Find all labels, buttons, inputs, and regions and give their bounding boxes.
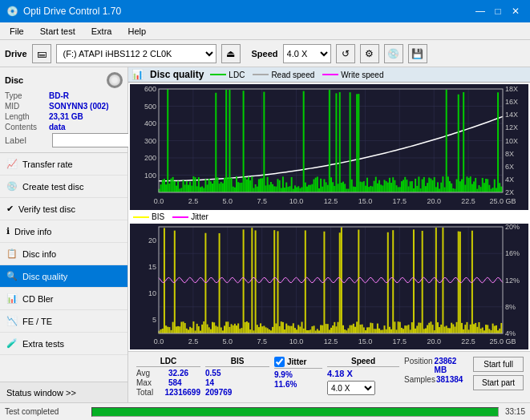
bis-stats-block: BIS 0.55 14 209769 <box>205 357 269 398</box>
total-label: Total <box>136 388 164 397</box>
verify-test-disc-label: Verify test disc <box>18 204 75 214</box>
legend-jitter-label: Jitter <box>191 212 208 221</box>
speed-header: Speed <box>327 357 399 367</box>
speed-stats-block: Speed 4.18 X 4.0 X <box>327 357 399 395</box>
menu-bar: File Start test Extra Help <box>0 22 530 40</box>
type-label: Type <box>5 91 49 100</box>
status-window-button[interactable]: Status window >> <box>0 382 127 402</box>
drive-info-label: Drive info <box>14 227 51 236</box>
samples-label: Samples <box>404 375 435 384</box>
content-area: 📊 Disc quality LDC Read speed Write spee… <box>128 67 530 402</box>
disc-contents-field: Contents data <box>5 123 123 131</box>
disc-info-panel: Disc Type BD-R MID SONYNN3 (002) Length … <box>0 67 127 153</box>
menu-start-test[interactable]: Start test <box>34 25 82 38</box>
disc-quality-icon: 🔍 <box>6 271 18 281</box>
maximize-button[interactable]: □ <box>490 3 506 19</box>
disc-button[interactable]: 💿 <box>384 44 403 63</box>
jitter-color-swatch <box>172 216 188 218</box>
app-title: Opti Drive Control 1.70 <box>23 6 121 17</box>
verify-test-disc-icon: ✔ <box>6 204 14 214</box>
bis-avg-row: 0.55 <box>205 369 269 378</box>
disc-info-label: Disc info <box>22 249 56 259</box>
stats-area: LDC Avg 32.26 Max 584 Total 12316699 <box>128 351 530 402</box>
nav-items: 📈 Transfer rate 💿 Create test disc ✔ Ver… <box>0 153 127 382</box>
start-full-button[interactable]: Start full <box>473 357 524 372</box>
sidebar-item-drive-info[interactable]: ℹ Drive info <box>0 220 127 243</box>
minimize-button[interactable]: — <box>472 3 488 19</box>
toolbar: Drive 🖴 (F:) ATAPI iHBS112 2 CL0K ⏏ Spee… <box>0 40 530 67</box>
lower-chart <box>130 224 528 349</box>
legend-jitter: Jitter <box>172 212 208 221</box>
sidebar-item-fe-te[interactable]: 📉 FE / TE <box>0 310 127 333</box>
read-speed-color-swatch <box>253 74 269 75</box>
disc-type-field: Type BD-R <box>5 91 123 100</box>
jitter-max-value: 11.6% <box>274 380 297 389</box>
status-text: Test completed <box>5 407 85 416</box>
close-button[interactable]: ✕ <box>508 3 524 19</box>
avg-label: Avg <box>136 369 167 378</box>
drive-icon-button[interactable]: 🖴 <box>32 44 51 63</box>
extra-tests-icon: 🧪 <box>6 338 18 349</box>
ldc-max-value: 584 <box>168 378 182 387</box>
legend-read-speed: Read speed <box>253 71 314 79</box>
speed-select[interactable]: 4.0 X <box>283 44 331 63</box>
menu-extra[interactable]: Extra <box>85 25 119 38</box>
jitter-checkbox[interactable] <box>274 357 285 367</box>
position-row: Position 23862 MB <box>404 357 468 374</box>
fe-te-icon: 📉 <box>6 316 18 326</box>
app-icon: 💿 <box>6 6 18 17</box>
sidebar-item-disc-quality[interactable]: 🔍 Disc quality <box>0 265 127 288</box>
drive-label: Drive <box>5 49 27 59</box>
settings-button[interactable]: ⚙ <box>360 44 379 63</box>
cd-bler-icon: 📊 <box>6 293 18 304</box>
title-bar-left: 💿 Opti Drive Control 1.70 <box>6 6 121 17</box>
menu-help[interactable]: Help <box>121 25 152 38</box>
bis-color-swatch <box>133 216 149 218</box>
start-part-button[interactable]: Start part <box>473 375 524 390</box>
refresh-button[interactable]: ↺ <box>336 44 355 63</box>
jitter-stats-block: Jitter 9.9% 11.6% <box>274 357 322 390</box>
sidebar-item-create-test-disc[interactable]: 💿 Create test disc <box>0 176 127 198</box>
speed-label: Speed <box>252 49 278 59</box>
extra-tests-label: Extra tests <box>22 339 64 349</box>
disc-quality-label: Disc quality <box>22 272 67 281</box>
title-bar: 💿 Opti Drive Control 1.70 — □ ✕ <box>0 0 530 22</box>
eject-button[interactable]: ⏏ <box>221 44 241 63</box>
upper-chart-container <box>130 84 528 210</box>
disc-icon <box>107 72 123 88</box>
sidebar: Disc Type BD-R MID SONYNN3 (002) Length … <box>0 67 128 402</box>
main-layout: Disc Type BD-R MID SONYNN3 (002) Length … <box>0 67 530 402</box>
speed-value: 4.18 X <box>327 369 353 378</box>
chart-legend: LDC Read speed Write speed <box>210 71 383 79</box>
ldc-color-swatch <box>210 74 226 75</box>
speed-stats-select[interactable]: 4.0 X <box>327 381 375 395</box>
drive-select[interactable]: (F:) ATAPI iHBS112 2 CL0K <box>56 44 216 63</box>
jitter-avg-value: 9.9% <box>274 370 293 379</box>
sidebar-item-cd-bler[interactable]: 📊 CD Bler <box>0 288 127 310</box>
status-bar: Test completed 33:15 <box>0 402 530 420</box>
ldc-stats-block: LDC Avg 32.26 Max 584 Total 12316699 <box>136 357 200 398</box>
disc-mid-field: MID SONYNN3 (002) <box>5 102 123 111</box>
sidebar-item-disc-info[interactable]: 📋 Disc info <box>0 243 127 265</box>
jitter-label: Jitter <box>287 357 306 366</box>
legend-write-speed: Write speed <box>322 71 383 79</box>
disc-section-label: Disc <box>5 75 23 85</box>
disc-label-row: Label 🔍 <box>5 133 123 147</box>
ldc-max-row: Max 584 <box>136 378 200 387</box>
legend-ldc: LDC <box>210 71 245 79</box>
lower-chart-container <box>130 224 528 349</box>
bis-total-row: 209769 <box>205 388 269 397</box>
ldc-header: LDC <box>136 357 200 367</box>
chart-panel-header: 📊 Disc quality LDC Read speed Write spee… <box>128 67 530 83</box>
chart-title: Disc quality <box>150 69 204 80</box>
position-label: Position <box>404 357 433 374</box>
disc-info-header: Disc <box>5 72 123 88</box>
sidebar-item-extra-tests[interactable]: 🧪 Extra tests <box>0 333 127 355</box>
save-button[interactable]: 💾 <box>408 44 427 63</box>
sidebar-item-verify-test-disc[interactable]: ✔ Verify test disc <box>0 198 127 220</box>
length-value: 23,31 GB <box>49 112 83 121</box>
menu-file[interactable]: File <box>3 25 30 38</box>
sidebar-item-transfer-rate[interactable]: 📈 Transfer rate <box>0 153 127 176</box>
cd-bler-label: CD Bler <box>22 294 54 304</box>
fe-te-label: FE / TE <box>22 317 52 326</box>
